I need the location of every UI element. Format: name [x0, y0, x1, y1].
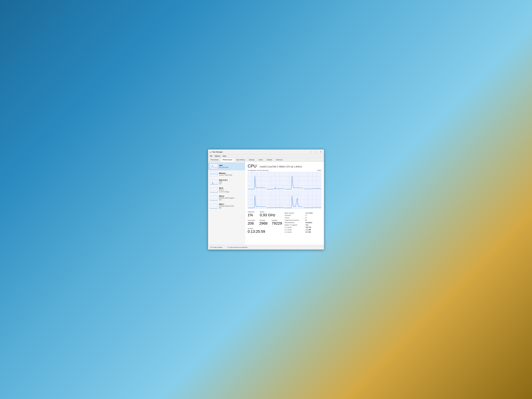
handles-group: Handles 79229 [272, 219, 282, 226]
info-row-0: Base speed: 2,11 GHz [285, 212, 321, 214]
wifi-item-subtitle1: Wi-Fi 2 [219, 189, 243, 191]
gpu0-mini-graph [210, 195, 218, 201]
left-stats: Utilization 1% Speed 0,93 GHz Processes … [248, 211, 282, 236]
info-val-4: Disabled [305, 222, 312, 223]
info-key-5: Hyper-V support: [285, 224, 304, 226]
wifi-item-info: Wi-Fi Wi-Fi 2 S: 0 R: 0 Kbps [219, 187, 243, 193]
tab-services[interactable]: Services [274, 158, 285, 162]
tab-processes[interactable]: Processes [209, 158, 221, 162]
minimize-button[interactable]: — [309, 150, 313, 153]
processes-label: Processes [248, 219, 255, 221]
processes-value: 206 [248, 221, 255, 226]
gpu1-mini-graph [210, 203, 218, 209]
window-controls: — □ ✕ [309, 150, 323, 153]
graph-label-text: % Utilization over 60 seconds [248, 170, 268, 171]
sidebar-item-cpu[interactable]: CPU 1% 0,93 GHz [208, 163, 245, 170]
cpu-graph-area: % Utilization over 60 seconds 100% [248, 170, 321, 209]
info-row-1: Sockets: 1 [285, 214, 321, 216]
close-button[interactable]: ✕ [319, 150, 323, 153]
main-details: Utilization 1% Speed 0,93 GHz Processes … [248, 211, 321, 236]
threads-label: Threads [259, 219, 267, 221]
stats-section: Utilization 1% Speed 0,93 GHz [248, 211, 282, 217]
sidebar-item-memory[interactable]: Memory 3,3/15,7 GB (21%) [208, 170, 245, 178]
task-manager-window: 📊 Task Manager — □ ✕ File Options View P… [208, 149, 324, 250]
info-row-3: Logical processors: 8 [285, 219, 321, 221]
open-resource-monitor-label: Open Resource Monitor [229, 246, 247, 248]
svg-rect-2 [210, 179, 218, 184]
fewer-details-button[interactable]: ⬆ Fewer details [210, 246, 222, 248]
info-key-7: L2 cache: [285, 229, 304, 231]
tab-users[interactable]: Users [256, 158, 265, 162]
utilization-group: Utilization 1% [248, 211, 254, 217]
gpu0-item-subtitle1: Intel(R) UHD Graphic... [219, 197, 243, 199]
utilization-value: 1% [248, 213, 254, 217]
footer-divider: | [225, 246, 225, 248]
info-row-2: Cores: 4 [285, 217, 321, 219]
window-title: Task Manager [212, 151, 309, 153]
info-val-3: 8 [305, 219, 306, 221]
menu-file[interactable]: File [209, 155, 214, 157]
info-row-6: L1 cache: 256 KB [285, 226, 321, 228]
sidebar-item-wifi[interactable]: Wi-Fi Wi-Fi 2 S: 0 R: 0 Kbps [208, 186, 245, 194]
cpu-graphs-grid [248, 172, 321, 209]
handles-label: Handles [272, 219, 282, 221]
uptime-value: 0:13:25:59 [248, 229, 282, 234]
tab-startup[interactable]: Startup [247, 158, 256, 162]
memory-item-title: Memory [219, 172, 243, 174]
tab-performance[interactable]: Performance [221, 158, 234, 162]
cpu-core-graph-0 [248, 172, 266, 190]
open-resource-monitor-button[interactable]: ⊙ Open Resource Monitor [227, 246, 247, 248]
info-val-5: Yes [305, 224, 308, 226]
main-panel: CPU Intel(R) Core(TM) i7-8665U CPU @ 1.9… [245, 162, 324, 245]
gpu0-item-info: GPU 0 Intel(R) UHD Graphic... 0% [219, 195, 243, 201]
info-val-1: 1 [305, 214, 306, 216]
tab-details[interactable]: Details [265, 158, 274, 162]
info-key-3: Logical processors: [285, 219, 304, 221]
sidebar-item-gpu0[interactable]: GPU 0 Intel(R) UHD Graphic... 0% [208, 194, 245, 202]
maximize-button[interactable]: □ [314, 150, 318, 153]
menu-options[interactable]: Options [214, 155, 222, 157]
right-info-panel: Base speed: 2,11 GHz Sockets: 1 Cores: 4… [285, 212, 321, 236]
gpu0-item-subtitle2: 0% [219, 199, 243, 201]
disk-item-subtitle2: 1% [219, 183, 243, 185]
svg-rect-5 [210, 204, 218, 209]
cpu-core-graph-5 [266, 191, 284, 209]
gpu1-item-subtitle2: 0% [219, 207, 243, 209]
cpu-header: CPU Intel(R) Core(TM) i7-8665U CPU @ 1.9… [248, 164, 321, 169]
info-val-6: 256 KB [305, 226, 311, 228]
cpu-mini-graph [210, 164, 218, 169]
graph-max-label: 100% [317, 170, 321, 171]
resource-monitor-icon: ⊙ [227, 246, 229, 248]
wifi-mini-graph [210, 187, 218, 193]
disk-mini-graph [210, 179, 218, 185]
info-val-7: 1,0 MB [305, 229, 311, 231]
info-row-7: L2 cache: 1,0 MB [285, 229, 321, 231]
threads-value: 2968 [259, 221, 267, 226]
sidebar-item-disk[interactable]: Disk 0 (C:) SSD 1% [208, 178, 245, 186]
tab-bar: Processes Performance App history Startu… [208, 158, 324, 162]
info-key-4: Virtualization: [285, 222, 304, 223]
info-row-8: L3 cache: 8,0 MB [285, 231, 321, 233]
menu-view[interactable]: View [222, 155, 227, 157]
cpu-core-graph-2 [285, 172, 303, 190]
menu-bar: File Options View [208, 154, 324, 158]
tab-app-history[interactable]: App history [234, 158, 247, 162]
counts-section: Processes 206 Threads 2968 Handles 79229 [248, 219, 282, 226]
speed-label: Speed [260, 211, 275, 213]
disk-item-info: Disk 0 (C:) SSD 1% [219, 179, 243, 185]
info-val-8: 8,0 MB [305, 231, 311, 233]
sidebar: CPU 1% 0,93 GHz Memory 3,3/15,7 GB (21%) [208, 162, 245, 245]
svg-rect-4 [210, 196, 218, 201]
wifi-item-subtitle2: S: 0 R: 0 Kbps [219, 191, 243, 193]
gpu1-item-subtitle1: NVIDIA GeForce MX... [219, 205, 243, 207]
cpu-core-graph-1 [266, 172, 284, 190]
info-key-8: L3 cache: [285, 231, 304, 233]
content-area: CPU 1% 0,93 GHz Memory 3,3/15,7 GB (21%) [208, 162, 324, 245]
app-icon: 📊 [209, 151, 211, 153]
wifi-item-title: Wi-Fi [219, 187, 243, 189]
info-key-1: Sockets: [285, 214, 304, 216]
fewer-details-label: Fewer details [212, 246, 222, 248]
cpu-core-graph-7 [303, 191, 321, 209]
sidebar-item-gpu1[interactable]: GPU 1 NVIDIA GeForce MX... 0% [208, 202, 245, 210]
threads-group: Threads 2968 [259, 219, 267, 226]
